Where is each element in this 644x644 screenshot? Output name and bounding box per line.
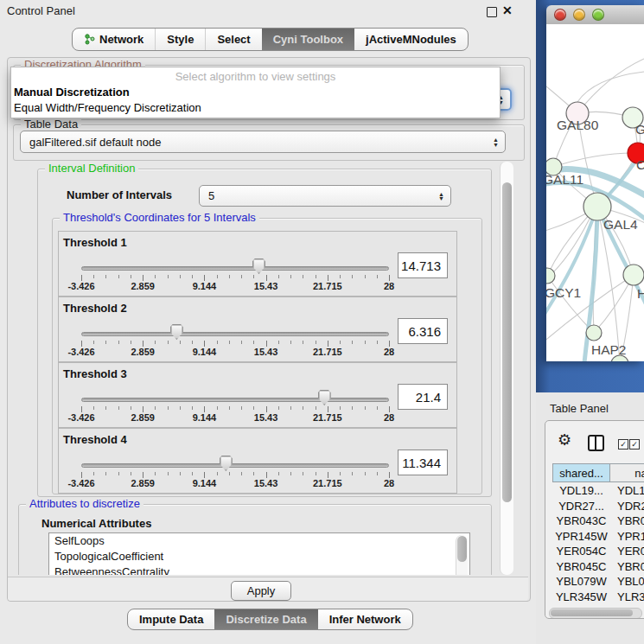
slider-scale-label: 15.43 bbox=[245, 281, 288, 291]
tab-discretize-data[interactable]: Discretize Data bbox=[214, 609, 317, 629]
slider-scale-label: 2.859 bbox=[121, 347, 164, 357]
screen: Control Panel ✕ Network Style Select Cyn… bbox=[0, 0, 644, 644]
close-window-icon[interactable] bbox=[554, 9, 566, 21]
checkbox-icon[interactable] bbox=[618, 439, 628, 450]
threshold-label: Threshold 2 bbox=[63, 302, 127, 315]
column-header-shared-name[interactable]: shared... bbox=[552, 463, 610, 482]
tab-infer-network[interactable]: Infer Network bbox=[318, 609, 412, 629]
node-gcy1[interactable] bbox=[546, 268, 555, 284]
cell: YBR045C bbox=[552, 560, 610, 573]
tab-label: Network bbox=[99, 33, 143, 46]
close-panel-icon[interactable]: ✕ bbox=[502, 3, 513, 17]
threshold-2-value-field[interactable]: 6.316 bbox=[398, 318, 448, 344]
column-header-name[interactable]: name bbox=[609, 463, 644, 482]
cell: YLR345W bbox=[552, 590, 610, 603]
table-row[interactable]: YDR27...YDR2 bbox=[552, 499, 644, 514]
network-window-titlebar[interactable] bbox=[546, 5, 644, 25]
columns-icon[interactable] bbox=[588, 435, 604, 451]
popup-option-manual-discretization[interactable]: Manual Discretization bbox=[14, 86, 130, 99]
list-item[interactable]: TopologicalCoefficient bbox=[49, 549, 469, 564]
threshold-4-slider-track[interactable] bbox=[81, 463, 389, 468]
tab-label: Impute Data bbox=[139, 613, 203, 626]
node-label: C bbox=[636, 157, 644, 172]
tab-impute-data[interactable]: Impute Data bbox=[128, 609, 214, 629]
slider-scale-label: -3.426 bbox=[60, 412, 103, 423]
popup-option-equal-width[interactable]: Equal Width/Frequency Discretization bbox=[14, 101, 201, 114]
tab-cyni-toolbox[interactable]: Cyni Toolbox bbox=[262, 29, 354, 50]
table-panel-box: ⚙ shared... name YDL19...YDL1 YDR27...YD… bbox=[545, 420, 644, 619]
slider-scale-label: 9.144 bbox=[182, 478, 226, 488]
threshold-3-slider-track[interactable] bbox=[81, 398, 389, 402]
tab-label: jActiveMNodules bbox=[366, 33, 456, 46]
tab-jactivemnodules[interactable]: jActiveMNodules bbox=[354, 29, 468, 50]
slider-scale-label: -3.426 bbox=[60, 281, 103, 291]
table-row[interactable]: YBL079WYBL0 bbox=[552, 574, 644, 590]
threshold-1-slider-thumb[interactable] bbox=[252, 258, 265, 274]
tab-label: Infer Network bbox=[329, 613, 401, 626]
tab-style[interactable]: Style bbox=[155, 29, 205, 50]
node-h[interactable] bbox=[623, 265, 644, 285]
minimize-window-icon[interactable] bbox=[573, 9, 585, 21]
table-hscrollbar[interactable] bbox=[549, 608, 642, 619]
tab-select[interactable]: Select bbox=[205, 29, 261, 50]
table-panel: Table Panel ⚙ shared... name YDL19...YDL… bbox=[536, 392, 644, 644]
table-row[interactable]: YDL19...YDL1 bbox=[552, 483, 644, 499]
table-row[interactable]: YBR043CYBR0 bbox=[552, 513, 644, 529]
threshold-3-slider-thumb[interactable] bbox=[318, 390, 331, 405]
node-label: GAL80 bbox=[557, 118, 599, 132]
table-data-value: galFiltered.sif default node bbox=[29, 136, 161, 149]
table-row[interactable]: YPR145WYPR1 bbox=[552, 529, 644, 545]
table-row[interactable]: YBR045CYBR0 bbox=[552, 559, 644, 575]
table-row[interactable]: YLR345WYLR3 bbox=[552, 590, 644, 605]
cell: YBL079W bbox=[552, 575, 610, 588]
slider-scale-label: 9.144 bbox=[182, 412, 226, 423]
numerical-attributes-label: Numerical Attributes bbox=[41, 517, 151, 530]
table-panel-title: Table Panel bbox=[550, 402, 609, 415]
apply-button[interactable]: Apply bbox=[231, 581, 291, 601]
popup-hint: Select algorithm to view settings bbox=[11, 70, 500, 83]
cell: YPR145W bbox=[552, 530, 610, 543]
tab-label: Select bbox=[217, 33, 250, 46]
slider-scale-label: 2.859 bbox=[121, 478, 164, 488]
cell: YBL0 bbox=[610, 575, 644, 588]
control-panel-tabbar: Network Style Select Cyni Toolbox jActiv… bbox=[72, 28, 469, 51]
node-label: GCY1 bbox=[546, 285, 581, 300]
list-item[interactable]: BetweennessCentrality bbox=[49, 564, 469, 575]
network-canvas[interactable]: GAL80 GA C GAL11 GAL4 GCY1 H HAP2 bbox=[546, 24, 644, 361]
threshold-1-slider-track[interactable] bbox=[81, 266, 389, 271]
threshold-2-slider-track[interactable] bbox=[81, 332, 389, 336]
float-panel-icon[interactable] bbox=[487, 7, 497, 17]
cyni-bottom-tabbar: Impute Data Discretize Data Infer Networ… bbox=[127, 609, 413, 630]
slider-scale-label: 9.144 bbox=[182, 281, 226, 291]
cell: YDR2 bbox=[610, 500, 644, 513]
thresholds-group: Threshold's Coordinates for 5 Intervals … bbox=[52, 218, 482, 494]
settings-scroll-area: Interval Definition Number of Intervals … bbox=[13, 162, 514, 575]
cell: YBR0 bbox=[610, 560, 644, 573]
threshold-3-value-field[interactable]: 21.4 bbox=[398, 384, 448, 410]
gear-icon[interactable]: ⚙ bbox=[558, 430, 571, 450]
combo-arrows-icon bbox=[493, 137, 499, 147]
threshold-2-slider-thumb[interactable] bbox=[170, 324, 183, 340]
cell: YPR1 bbox=[610, 530, 644, 543]
network-window: GAL80 GA C GAL11 GAL4 GCY1 H HAP2 bbox=[546, 5, 644, 361]
threshold-4-value-field[interactable]: 11.344 bbox=[398, 450, 448, 475]
table-data-combobox[interactable]: galFiltered.sif default node bbox=[20, 131, 506, 153]
threshold-label: Threshold 4 bbox=[63, 433, 127, 446]
threshold-1-box: Threshold 1 -3.4262.8599.14415.4321.7152… bbox=[58, 231, 457, 296]
list-scrollbar[interactable] bbox=[456, 535, 468, 575]
threshold-1-value-field[interactable]: 14.713 bbox=[398, 252, 448, 278]
tab-network[interactable]: Network bbox=[73, 29, 155, 50]
node-hap2[interactable] bbox=[586, 325, 602, 341]
checkbox-icon[interactable] bbox=[629, 439, 640, 450]
num-intervals-combobox[interactable]: 5 bbox=[199, 185, 451, 207]
slider-scale-label: 28 bbox=[367, 412, 411, 423]
slider-scale-label: 2.859 bbox=[121, 412, 164, 423]
zoom-window-icon[interactable] bbox=[592, 9, 604, 21]
threshold-4-slider-thumb[interactable] bbox=[220, 456, 233, 471]
table-row[interactable]: YER054CYER0 bbox=[552, 544, 644, 559]
list-item[interactable]: SelfLoops bbox=[49, 533, 469, 549]
settings-scrollbar[interactable] bbox=[500, 162, 513, 575]
cell: YER054C bbox=[552, 545, 610, 558]
cell: YER0 bbox=[610, 545, 644, 558]
slider-scale-label: 28 bbox=[367, 347, 411, 357]
